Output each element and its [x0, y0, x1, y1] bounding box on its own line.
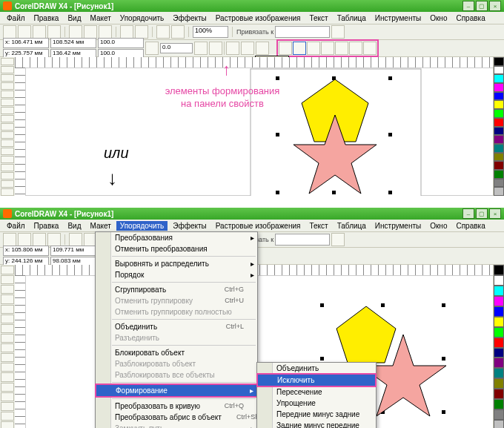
- mi-unlock[interactable]: Разблокировать объект: [96, 358, 257, 369]
- mi-simplify[interactable]: Упрощение: [257, 398, 376, 409]
- zoom-tool[interactable]: [1, 82, 14, 90]
- pbar-btn-c[interactable]: [256, 42, 269, 55]
- close-button[interactable]: ×: [489, 1, 501, 11]
- menu-view[interactable]: Вид: [64, 221, 84, 231]
- print-button[interactable]: [47, 233, 61, 246]
- options-button[interactable]: [331, 233, 345, 246]
- menu-text[interactable]: Текст: [305, 221, 331, 231]
- swatch[interactable]: [494, 306, 504, 317]
- swatch[interactable]: [494, 296, 504, 306]
- mi-intersect[interactable]: Пересечение: [257, 386, 376, 398]
- options-button[interactable]: [331, 25, 345, 39]
- swatch[interactable]: [494, 57, 504, 66]
- table-tool[interactable]: [1, 148, 14, 155]
- mi-clear-transform[interactable]: Отменить преобразования: [96, 243, 257, 254]
- crop-tool[interactable]: [1, 285, 14, 294]
- crop-tool[interactable]: [1, 74, 14, 82]
- swatch[interactable]: [494, 338, 504, 348]
- menu-tools[interactable]: Инструменты: [371, 221, 425, 231]
- shape-tool[interactable]: [1, 275, 14, 284]
- smart-fill-tool[interactable]: [1, 99, 14, 106]
- mi-back-minus-front[interactable]: Задние минус передние: [257, 420, 376, 428]
- trim-button[interactable]: [293, 42, 306, 55]
- basic-shapes-tool[interactable]: [1, 131, 14, 139]
- minimize-button[interactable]: –: [462, 1, 474, 11]
- menu-edit[interactable]: Правка: [30, 221, 63, 231]
- text-tool[interactable]: [1, 363, 14, 372]
- back-minus-front-button[interactable]: [349, 42, 362, 55]
- freehand-tool[interactable]: [1, 305, 14, 314]
- text-tool[interactable]: [1, 139, 14, 147]
- obj-x[interactable]: x: 105.806 мм: [3, 246, 49, 256]
- menu-arrange[interactable]: Упорядочить: [116, 221, 168, 231]
- print-button[interactable]: [47, 25, 61, 39]
- obj-w[interactable]: 109.771 мм: [50, 246, 96, 256]
- new-button[interactable]: [3, 233, 16, 246]
- zoom-level[interactable]: 100%: [193, 26, 228, 38]
- weld-button[interactable]: [279, 42, 292, 55]
- freehand-tool[interactable]: [1, 90, 14, 98]
- mi-ungroup[interactable]: Отменить группировкуCtrl+U: [96, 295, 257, 306]
- obj-w[interactable]: 108.524 мм: [50, 38, 96, 48]
- swatch[interactable]: [494, 109, 504, 118]
- open-button[interactable]: [18, 25, 31, 39]
- mirror-h-button[interactable]: [194, 42, 208, 55]
- menu-table[interactable]: Таблица: [334, 221, 370, 231]
- scale-x[interactable]: 100.0: [98, 38, 144, 48]
- menu-file[interactable]: Файл: [3, 221, 29, 231]
- mi-lock[interactable]: Блокировать объект: [96, 347, 257, 358]
- save-button[interactable]: [33, 25, 46, 39]
- interactive-fill-tool[interactable]: [1, 421, 14, 428]
- menu-tools[interactable]: Инструменты: [371, 13, 425, 23]
- ellipse-tool[interactable]: [1, 115, 14, 122]
- pentagon-shape[interactable]: [336, 306, 396, 363]
- cut-button[interactable]: [69, 25, 82, 39]
- menu-effects[interactable]: Эффекты: [169, 221, 210, 231]
- swatch[interactable]: [494, 286, 504, 296]
- menu-view[interactable]: Вид: [64, 13, 84, 23]
- menu-window[interactable]: Окно: [426, 221, 451, 231]
- minimize-button[interactable]: –: [462, 208, 474, 219]
- mi-close-path[interactable]: Замкнуть путь▸: [96, 423, 257, 428]
- save-button[interactable]: [33, 233, 46, 246]
- mi-transform[interactable]: Преобразования▸: [96, 232, 257, 243]
- menu-effects[interactable]: Эффекты: [169, 13, 210, 23]
- swatch[interactable]: [494, 187, 504, 196]
- swatch[interactable]: [494, 83, 504, 92]
- mi-weld[interactable]: Объединить: [257, 363, 376, 374]
- paste-button[interactable]: [99, 25, 112, 39]
- mi-unlock-all[interactable]: Разблокировать все объекты: [96, 369, 257, 381]
- intersect-button[interactable]: [307, 42, 320, 55]
- cut-button[interactable]: [69, 233, 82, 246]
- menu-macet[interactable]: Макет: [86, 13, 114, 23]
- menu-macet[interactable]: Макет: [86, 221, 114, 231]
- new-button[interactable]: [3, 25, 16, 39]
- menu-help[interactable]: Справка: [452, 13, 488, 23]
- swatch[interactable]: [494, 265, 504, 275]
- menu-arrange[interactable]: Упорядочить: [116, 13, 168, 23]
- menu-file[interactable]: Файл: [3, 13, 29, 23]
- mi-convert-curves[interactable]: Преобразовать в кривуюCtrl+Q: [96, 401, 257, 412]
- swatch[interactable]: [494, 378, 504, 389]
- polygon-tool[interactable]: [1, 343, 14, 352]
- pick-tool[interactable]: [1, 266, 14, 274]
- swatch[interactable]: [494, 327, 504, 338]
- interactive-blend-tool[interactable]: [1, 383, 14, 392]
- pick-tool[interactable]: [1, 58, 14, 65]
- mi-front-minus-back[interactable]: Передние минус задние: [257, 409, 376, 420]
- open-button[interactable]: [18, 233, 31, 246]
- front-minus-back-button[interactable]: [335, 42, 348, 55]
- snap-combo[interactable]: [275, 26, 330, 38]
- swatch[interactable]: [494, 317, 504, 327]
- swatch[interactable]: [494, 92, 504, 101]
- simplify-button[interactable]: [321, 42, 334, 55]
- menu-help[interactable]: Справка: [452, 221, 488, 231]
- rectangle-tool[interactable]: [1, 324, 14, 333]
- outline-tool[interactable]: [1, 172, 14, 180]
- swatch[interactable]: [494, 74, 504, 83]
- zoom-tool[interactable]: [1, 294, 14, 303]
- interactive-blend-tool[interactable]: [1, 156, 14, 163]
- menu-text[interactable]: Текст: [305, 13, 331, 23]
- export-button[interactable]: [171, 25, 185, 39]
- eyedropper-tool[interactable]: [1, 392, 14, 401]
